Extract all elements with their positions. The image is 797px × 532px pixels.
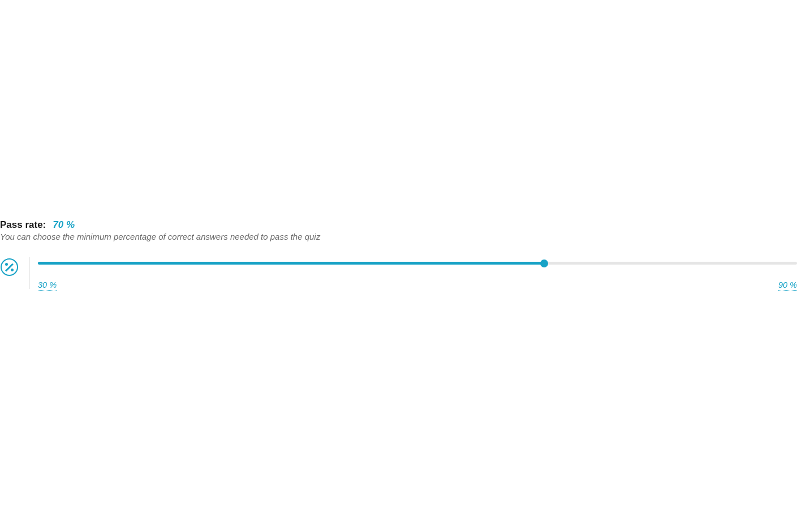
slider-range-labels: 30 % 90 % bbox=[38, 280, 797, 291]
pass-rate-header: Pass rate: 70 % bbox=[0, 219, 797, 231]
percent-icon-wrap bbox=[0, 257, 18, 276]
vertical-divider bbox=[29, 257, 30, 289]
slider-track-fill bbox=[38, 262, 544, 265]
slider-row: 30 % 90 % bbox=[0, 257, 797, 291]
pass-rate-label: Pass rate: bbox=[0, 219, 46, 231]
slider-max-label: 90 % bbox=[778, 280, 797, 291]
slider-area: 30 % 90 % bbox=[38, 257, 797, 291]
slider-min-label: 30 % bbox=[38, 280, 57, 291]
pass-rate-slider[interactable] bbox=[38, 259, 797, 267]
slider-thumb[interactable] bbox=[540, 259, 548, 267]
pass-rate-value: 70 % bbox=[53, 219, 75, 231]
pass-rate-description: You can choose the minimum percentage of… bbox=[0, 232, 797, 241]
percent-icon bbox=[1, 258, 18, 276]
